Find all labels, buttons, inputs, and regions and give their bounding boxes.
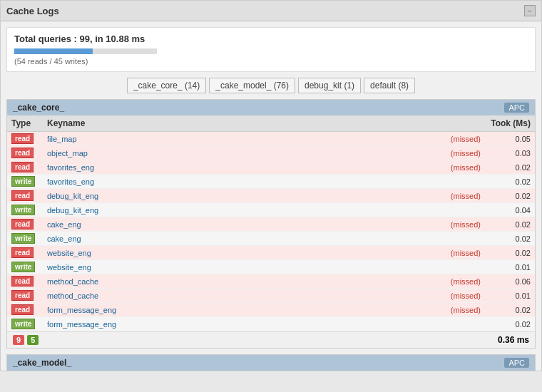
missed-cell: (missed) (338, 160, 485, 175)
took-cell: 0.06 (485, 274, 535, 289)
type-cell: write (7, 317, 43, 331)
took-cell: 0.02 (485, 232, 535, 246)
col-keyname: Keyname (43, 115, 338, 132)
missed-cell (338, 260, 485, 274)
filter-tab-cake_model[interactable]: _cake_model_ (76) (209, 78, 295, 93)
type-badge: read (11, 190, 34, 201)
took-cell: 0.01 (485, 260, 535, 274)
took-cell: 0.04 (485, 203, 535, 217)
took-cell: 0.02 (485, 160, 535, 175)
keyname-cell: form_message_eng (43, 303, 338, 317)
keyname-cell: cake_eng (43, 232, 338, 246)
missed-cell: (missed) (338, 189, 485, 203)
keyname-cell: form_message_eng (43, 317, 338, 331)
type-badge: read (11, 290, 34, 301)
took-cell: 0.02 (485, 246, 535, 260)
type-badge: read (11, 247, 34, 258)
type-cell: write (7, 260, 43, 274)
type-cell: read (7, 289, 43, 303)
keyname-cell: favorites_eng (43, 160, 338, 175)
table-row: write favorites_eng 0.02 (7, 175, 535, 189)
type-badge: read (11, 276, 34, 287)
type-cell: read (7, 274, 43, 289)
type-badge: write (11, 262, 35, 272)
filter-tab-debug_kit[interactable]: debug_kit (1) (298, 78, 361, 93)
section-cake_core: _cake_core_ APC Type Keyname Took (Ms) r… (6, 99, 536, 349)
missed-cell: (missed) (338, 246, 485, 260)
table-row: write debug_kit_eng 0.04 (7, 203, 535, 217)
type-badge: write (11, 176, 35, 187)
keyname-cell: website_eng (43, 260, 338, 274)
type-cell: write (7, 232, 43, 246)
progress-bar (14, 48, 157, 54)
table-row: read object_map (missed) 0.03 (7, 146, 535, 160)
cache-logs-window: Cache Logs − Total queries : 99, in 10.8… (0, 0, 542, 371)
type-badge: write (11, 319, 35, 329)
keyname-cell: debug_kit_eng (43, 203, 338, 217)
type-cell: read (7, 132, 43, 146)
took-cell: 0.02 (485, 189, 535, 203)
table-row: read cake_eng (missed) 0.02 (7, 217, 535, 232)
section-title: _cake_model_ (13, 358, 71, 368)
section-footer: 9 5 0.36 ms (7, 331, 535, 348)
write-count-badge: 5 (27, 335, 39, 345)
took-cell: 0.02 (485, 303, 535, 317)
missed-cell: (missed) (338, 303, 485, 317)
col-type: Type (7, 115, 43, 132)
col-took: Took (Ms) (485, 115, 535, 132)
table-row: read form_message_eng (missed) 0.02 (7, 303, 535, 317)
content-area: Total queries : 99, in 10.88 ms (54 read… (1, 21, 541, 371)
missed-cell (338, 317, 485, 331)
section-title: _cake_core_ (13, 103, 64, 113)
table-row: read method_cache (missed) 0.06 (7, 274, 535, 289)
type-badge: read (11, 162, 34, 172)
section-header-cake_core: _cake_core_ APC (7, 100, 535, 115)
took-cell: 0.02 (485, 317, 535, 331)
type-badge: write (11, 233, 35, 244)
filter-tab-default[interactable]: default (8) (364, 78, 415, 93)
type-cell: read (7, 303, 43, 317)
missed-cell: (missed) (338, 217, 485, 232)
type-cell: write (7, 203, 43, 217)
col-missed (338, 115, 485, 132)
type-cell: read (7, 246, 43, 260)
missed-cell (338, 203, 485, 217)
type-cell: read (7, 146, 43, 160)
missed-cell: (missed) (338, 146, 485, 160)
keyname-cell: file_map (43, 132, 338, 146)
missed-cell: (missed) (338, 132, 485, 146)
missed-cell (338, 175, 485, 189)
close-button[interactable]: − (524, 5, 536, 16)
keyname-cell: website_eng (43, 246, 338, 260)
took-cell: 0.03 (485, 146, 535, 160)
took-cell: 0.02 (485, 217, 535, 232)
type-badge: read (11, 219, 34, 229)
keyname-cell: object_map (43, 146, 338, 160)
type-cell: read (7, 217, 43, 232)
table-row: write form_message_eng 0.02 (7, 317, 535, 331)
section-cake_model: _cake_model_ APC Type Keyname Took (Ms) … (6, 354, 536, 371)
type-badge: read (11, 133, 34, 144)
footer-badges: 9 5 (13, 335, 39, 345)
summary-box: Total queries : 99, in 10.88 ms (54 read… (6, 27, 536, 72)
progress-fill (14, 48, 93, 54)
type-badge: write (11, 205, 35, 215)
took-cell: 0.05 (485, 132, 535, 146)
section-badge: APC (504, 358, 529, 368)
filter-tab-cake_core[interactable]: _cake_core_ (14) (127, 78, 206, 93)
missed-cell: (missed) (338, 289, 485, 303)
type-cell: write (7, 175, 43, 189)
table-row: read method_cache (missed) 0.01 (7, 289, 535, 303)
summary-sub: (54 reads / 45 writes) (14, 57, 528, 66)
type-badge: read (11, 148, 34, 158)
table-row: read website_eng (missed) 0.02 (7, 246, 535, 260)
window-title: Cache Logs (6, 6, 59, 16)
took-cell: 0.01 (485, 289, 535, 303)
read-count-badge: 9 (13, 335, 24, 345)
table-row: write website_eng 0.01 (7, 260, 535, 274)
table-row: read debug_kit_eng (missed) 0.02 (7, 189, 535, 203)
cache-table-cake_core: Type Keyname Took (Ms) read file_map (mi… (7, 115, 535, 331)
keyname-cell: method_cache (43, 289, 338, 303)
type-cell: read (7, 160, 43, 175)
table-header: Type Keyname Took (Ms) (7, 115, 535, 132)
